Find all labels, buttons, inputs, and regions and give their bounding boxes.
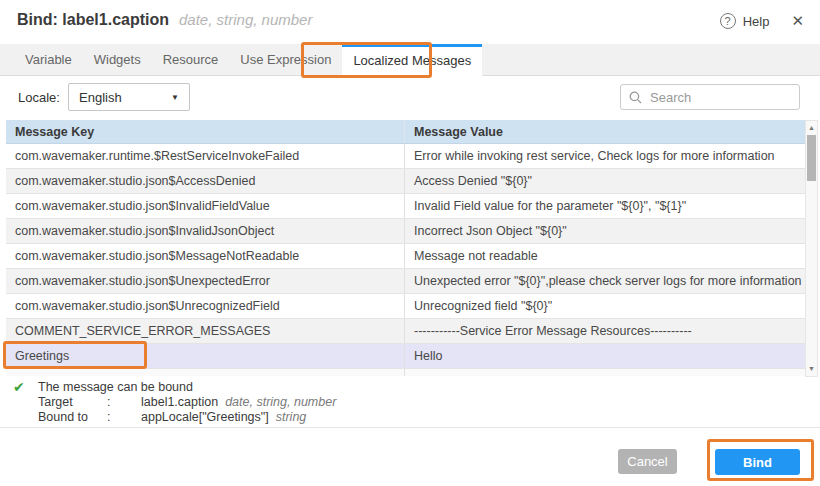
- table-row[interactable]: com.wavemaker.studio.json$MessageNotRead…: [6, 244, 805, 269]
- message-key-cell: COMMENT_SERVICE_ERROR_MESSAGES: [6, 319, 405, 343]
- search-input[interactable]: [648, 89, 791, 106]
- status-bound-line: Bound to : appLocale["Greetings"] string: [38, 410, 306, 424]
- search-icon: [629, 91, 642, 104]
- bound-to-value: appLocale["Greetings"]: [141, 410, 269, 424]
- message-value-cell: Unexpected error "${0}",please check ser…: [405, 269, 805, 293]
- checkmark-icon: ✔: [13, 379, 25, 395]
- message-value-cell: Unrecognized field "${0}": [405, 294, 805, 318]
- message-value-cell: Invalid Field value for the parameter "$…: [405, 194, 805, 218]
- locale-label: Locale:: [18, 90, 60, 105]
- message-value-cell: -----------Service Error Message Resourc…: [405, 319, 805, 343]
- help-button[interactable]: Help: [743, 14, 770, 29]
- chevron-down-icon: ▼: [171, 93, 179, 102]
- tab-use-expression[interactable]: Use Expression: [229, 44, 342, 75]
- table-row[interactable]: com.wavemaker.runtime.$RestServiceInvoke…: [6, 144, 805, 169]
- dialog-title-types: date, string, number: [179, 11, 312, 28]
- tab-widgets[interactable]: Widgets: [83, 44, 152, 75]
- bind-button[interactable]: Bind: [715, 449, 800, 475]
- table-scrollbar[interactable]: ▲ ▼: [805, 120, 818, 377]
- message-key-cell: com.wavemaker.studio.json$AccessDenied: [6, 169, 405, 193]
- message-key-cell: com.wavemaker.studio.json$InvalidJsonObj…: [6, 219, 405, 243]
- dialog-title: Bind: label1.captiondate, string, number: [17, 11, 312, 29]
- tab-localized-messages[interactable]: Localized Messages: [342, 44, 482, 76]
- message-key-cell: com.wavemaker.studio.json$InvalidFieldVa…: [6, 194, 405, 218]
- table-header: Message Key Message Value: [6, 120, 805, 144]
- status-message: The message can be bound: [38, 380, 193, 394]
- scrollbar-down-icon[interactable]: ▼: [806, 363, 817, 375]
- cancel-button[interactable]: Cancel: [618, 449, 677, 474]
- footer-divider: [0, 427, 820, 428]
- column-header-message-value[interactable]: Message Value: [405, 120, 805, 143]
- locale-selected-value: English: [79, 90, 122, 105]
- table-row[interactable]: com.wavemaker.studio.json$InvalidFieldVa…: [6, 194, 805, 219]
- tab-variable[interactable]: Variable: [14, 44, 83, 75]
- message-key-cell: Greetings: [6, 344, 405, 368]
- table-grid: Message Key Message Value com.wavemaker.…: [6, 120, 805, 377]
- bound-to-label: Bound to: [38, 410, 107, 424]
- message-value-cell: Incorrect Json Object "${0}": [405, 219, 805, 243]
- locale-select[interactable]: English ▼: [68, 83, 190, 111]
- help-icon[interactable]: ?: [720, 13, 736, 29]
- table-row[interactable]: com.wavemaker.studio.json$UnexpectedErro…: [6, 269, 805, 294]
- scrollbar-thumb[interactable]: [807, 135, 816, 181]
- table-row[interactable]: com.wavemaker.studio.json$InvalidJsonObj…: [6, 219, 805, 244]
- table-row[interactable]: com.wavemaker.studio.json$AccessDenied A…: [6, 169, 805, 194]
- message-key-cell: com.wavemaker.studio.json$UnrecognizedFi…: [6, 294, 405, 318]
- message-value-cell: Error while invoking rest service, Check…: [405, 144, 805, 168]
- message-value-cell: Hello: [405, 344, 805, 368]
- bind-dialog: Bind: label1.captiondate, string, number…: [0, 0, 820, 486]
- table-row[interactable]: com.wavemaker.studio.json$UnrecognizedFi…: [6, 294, 805, 319]
- target-types: date, string, number: [225, 395, 336, 409]
- status-target-line: Target : label1.caption date, string, nu…: [38, 395, 336, 409]
- scrollbar-up-icon[interactable]: ▲: [806, 122, 817, 134]
- dialog-title-text: Bind: label1.caption: [17, 11, 169, 28]
- target-value: label1.caption: [141, 395, 218, 409]
- column-header-message-key[interactable]: Message Key: [6, 120, 405, 143]
- table-row-partial: [6, 369, 805, 376]
- message-key-cell: com.wavemaker.studio.json$UnexpectedErro…: [6, 269, 405, 293]
- target-label: Target: [38, 395, 107, 409]
- message-key-cell: com.wavemaker.studio.json$MessageNotRead…: [6, 244, 405, 268]
- message-value-cell: Access Denied "${0}": [405, 169, 805, 193]
- header-actions: ? Help ✕: [720, 13, 804, 29]
- table-row[interactable]: COMMENT_SERVICE_ERROR_MESSAGES ---------…: [6, 319, 805, 344]
- tab-bar: Variable Widgets Resource Use Expression…: [0, 44, 820, 76]
- tab-resource[interactable]: Resource: [152, 44, 230, 75]
- search-box: [620, 84, 800, 110]
- table-row[interactable]: Greetings Hello: [6, 344, 805, 369]
- bound-to-separator: :: [107, 410, 141, 424]
- target-separator: :: [107, 395, 141, 409]
- close-icon[interactable]: ✕: [791, 13, 804, 29]
- messages-table: Message Key Message Value com.wavemaker.…: [6, 120, 818, 377]
- bound-to-type: string: [276, 410, 307, 424]
- table-body: com.wavemaker.runtime.$RestServiceInvoke…: [6, 144, 805, 369]
- message-value-cell: Message not readable: [405, 244, 805, 268]
- message-key-cell: com.wavemaker.runtime.$RestServiceInvoke…: [6, 144, 405, 168]
